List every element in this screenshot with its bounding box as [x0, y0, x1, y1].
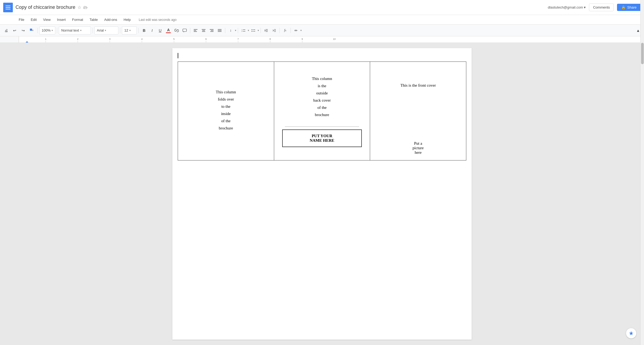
svg-text:9: 9 [301, 38, 303, 40]
line-spacing-button[interactable]: ↕ [227, 27, 234, 34]
menu-file[interactable]: File [16, 17, 27, 23]
col1-line-1: This column [183, 89, 269, 96]
comments-button[interactable]: Comments [589, 3, 614, 11]
font-size-dropdown[interactable]: 12 ▾ [122, 26, 137, 34]
toolbar: 🖨 ↩ ↪ 100% ▾ Normal text ▾ Arial ▾ 12 ▾ … [0, 25, 644, 36]
col3-picture-line-2: picture [375, 146, 461, 150]
undo-button[interactable]: ↩ [11, 26, 19, 34]
svg-point-21 [252, 31, 253, 32]
col2-line-4: back cover [280, 97, 365, 104]
col3-picture-line-3: here [375, 150, 461, 155]
bold-button[interactable]: B [140, 27, 148, 34]
separator-2 [57, 28, 57, 33]
smart-compose-button[interactable] [626, 328, 637, 339]
menu-insert[interactable]: Insert [54, 17, 68, 23]
svg-text:10: 10 [333, 38, 336, 40]
menu-format[interactable]: Format [69, 17, 86, 23]
paint-format-button[interactable] [28, 26, 36, 34]
folder-icon[interactable]: 🗁 [83, 5, 88, 10]
comment-button[interactable] [181, 27, 188, 34]
col2-line-3: outside [280, 90, 365, 97]
col2-line-2: is the [280, 82, 365, 90]
svg-text:7: 7 [237, 38, 239, 40]
svg-text:8: 8 [269, 38, 271, 40]
svg-text:3: 3 [109, 38, 110, 40]
indent-less-button[interactable] [262, 27, 270, 34]
svg-text:5: 5 [173, 38, 174, 40]
pen-button[interactable]: ✏ [292, 27, 300, 34]
menu-bar: File Edit View Insert Format Table Add-o… [0, 15, 644, 25]
star-icon[interactable]: ☆ [77, 5, 81, 10]
table-row: This column folds over to the inside of … [178, 62, 466, 160]
align-center-button[interactable] [200, 27, 207, 34]
font-chevron: ▾ [105, 29, 106, 32]
table-cell-col3[interactable]: This is the front cover Put a picture he… [370, 62, 466, 160]
scroll-area [640, 0, 644, 345]
text-style-dropdown[interactable]: Normal text ▾ [59, 26, 91, 34]
menu-edit[interactable]: Edit [28, 17, 39, 23]
col2-content: This column is the outside back cover of… [280, 67, 365, 147]
align-left-button[interactable] [192, 27, 199, 34]
svg-text:2: 2 [77, 38, 78, 40]
indent-more-button[interactable] [270, 27, 278, 34]
menu-table[interactable]: Table [87, 17, 100, 23]
svg-text:4: 4 [141, 38, 142, 40]
name-box[interactable]: PUT YOUR NAME HERE [282, 129, 362, 147]
clear-format-button[interactable]: fx [281, 27, 289, 34]
print-button[interactable]: 🖨 [2, 26, 10, 34]
num-list-chevron[interactable]: ▾ [248, 29, 249, 32]
share-button[interactable]: 🔒 Share [617, 4, 641, 11]
svg-rect-0 [30, 29, 32, 31]
name-line-1: PUT YOUR [286, 134, 358, 138]
col2-divider [285, 126, 359, 127]
doc-title-area: Copy of chiccarine brochure ☆ 🗁 [15, 5, 548, 10]
col3-title: This is the front cover [375, 83, 461, 88]
col1-content: This column folds over to the inside of … [183, 67, 269, 132]
bullet-list-button[interactable] [250, 27, 257, 34]
separator-9 [261, 28, 261, 33]
line-spacing-chevron[interactable]: ▾ [235, 29, 236, 32]
bullet-list-chevron[interactable]: ▾ [258, 29, 259, 32]
col3-picture-line-1: Put a [375, 141, 461, 146]
numbered-list-button[interactable]: 1.2. [240, 27, 247, 34]
col3-top-text: This is the front cover [375, 67, 461, 88]
col1-line-3: to the [183, 103, 269, 110]
menu-addons[interactable]: Add-ons [102, 17, 120, 23]
separator-3 [92, 28, 93, 33]
table-cell-col2[interactable]: This column is the outside back cover of… [274, 62, 370, 160]
align-right-button[interactable] [208, 27, 215, 34]
svg-text:2.: 2. [242, 30, 243, 32]
last-edit-status: Last edit was seconds ago [139, 18, 176, 22]
col3-content: This is the front cover Put a picture he… [375, 67, 461, 155]
name-line-2: NAME HERE [286, 138, 358, 143]
col1-line-6: brochure [183, 125, 269, 132]
app-menu-button[interactable] [3, 3, 13, 12]
share-label: Share [627, 5, 637, 9]
font-dropdown[interactable]: Arial ▾ [94, 26, 118, 34]
col1-line-5: of the [183, 117, 269, 125]
table-cell-col1[interactable]: This column folds over to the inside of … [178, 62, 274, 160]
redo-button[interactable]: ↪ [19, 26, 27, 34]
col2-line-5: of the [280, 104, 365, 111]
align-justify-button[interactable] [216, 27, 223, 34]
italic-button[interactable]: I [148, 27, 156, 34]
doc-title[interactable]: Copy of chiccarine brochure [15, 5, 75, 10]
scroll-thumb[interactable] [641, 43, 644, 64]
menu-view[interactable]: View [40, 17, 53, 23]
col1-line-2: folds over [183, 96, 269, 103]
separator-11 [290, 28, 291, 33]
link-button[interactable] [173, 27, 180, 34]
svg-rect-2 [183, 29, 187, 32]
text-color-button[interactable]: A [164, 26, 172, 34]
col2-top-text: This column is the outside back cover of… [280, 67, 365, 124]
pen-chevron[interactable]: ▾ [300, 29, 302, 32]
document-page[interactable]: This column folds over to the inside of … [172, 48, 472, 340]
underline-button[interactable]: U [156, 27, 164, 34]
separator-7 [225, 28, 225, 33]
style-chevron: ▾ [80, 29, 82, 32]
menu-help[interactable]: Help [121, 17, 134, 23]
col2-line-6: brochure [280, 111, 365, 118]
col2-line-1: This column [280, 75, 365, 82]
separator-1 [37, 28, 38, 33]
zoom-dropdown[interactable]: 100% ▾ [39, 26, 55, 34]
